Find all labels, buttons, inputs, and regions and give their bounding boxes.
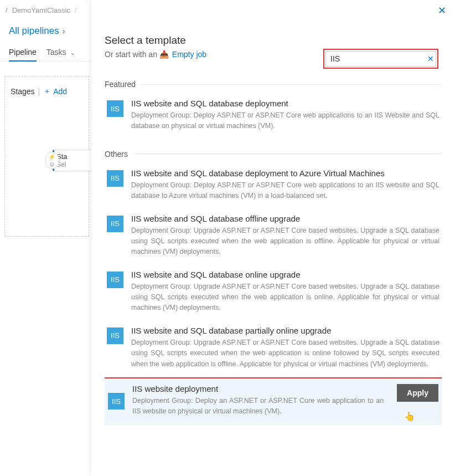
template-title: IIS website and SQL database online upgr… bbox=[131, 270, 440, 279]
iis-icon: IIS bbox=[107, 216, 123, 232]
template-desc: Deployment Group: Deploy ASP.NET or ASP.… bbox=[131, 110, 440, 132]
template-item[interactable]: IIS IIS website and SQL database deploym… bbox=[105, 94, 442, 140]
iis-icon: IIS bbox=[107, 272, 123, 288]
iis-icon: IIS bbox=[108, 393, 125, 410]
chevron-right-icon: › bbox=[63, 27, 65, 35]
template-item[interactable]: IIS IIS website and SQL database partial… bbox=[105, 321, 442, 377]
template-desc: Deployment Group: Upgrade ASP.NET or ASP… bbox=[131, 281, 440, 314]
section-others-label: Others bbox=[105, 150, 128, 158]
search-box[interactable]: ✕ bbox=[325, 51, 436, 66]
breadcrumb-separator-2: / bbox=[75, 6, 77, 14]
bolt-icon: ⚡ bbox=[48, 153, 56, 161]
section-featured: Featured bbox=[105, 80, 442, 89]
section-others: Others bbox=[105, 150, 442, 158]
apply-button[interactable]: Apply bbox=[397, 384, 438, 402]
iis-icon: IIS bbox=[107, 170, 123, 187]
search-input[interactable] bbox=[330, 54, 427, 63]
stage-card[interactable]: ⚡ ☺ Sta Sel bbox=[53, 150, 96, 171]
template-item[interactable]: IIS IIS website and SQL database offline… bbox=[105, 209, 442, 265]
tabs: Pipeline Tasks ⌄ bbox=[0, 43, 94, 62]
close-icon[interactable]: ✕ bbox=[438, 4, 446, 17]
iis-icon: IIS bbox=[107, 327, 123, 344]
breadcrumb[interactable]: / DemoYamlClassic / bbox=[0, 0, 94, 20]
add-stage-button[interactable]: ＋ Add bbox=[43, 86, 67, 96]
stage-card-badges: ⚡ ☺ bbox=[45, 152, 59, 169]
user-icon: ☺ bbox=[49, 161, 55, 167]
template-title: IIS website deployment bbox=[132, 384, 384, 393]
empty-job-label: Empty job bbox=[172, 50, 206, 59]
template-item[interactable]: IIS IIS website and SQL database online … bbox=[105, 265, 442, 321]
template-desc: Deployment Group: Upgrade ASP.NET or ASP… bbox=[131, 226, 440, 258]
breadcrumb-project[interactable]: DemoYamlClassic bbox=[12, 6, 70, 14]
add-stage-label: Add bbox=[53, 87, 67, 96]
template-title: IIS website and SQL database deployment bbox=[131, 99, 440, 108]
iis-icon: IIS bbox=[107, 100, 123, 117]
template-item[interactable]: IIS IIS website and SQL database deploym… bbox=[105, 164, 442, 209]
panel-title: Select a template bbox=[105, 34, 442, 47]
template-desc: Deployment Group: Upgrade ASP.NET or ASP… bbox=[131, 337, 440, 370]
template-desc: Deployment Group: Deploy an ASP.NET or A… bbox=[132, 396, 384, 417]
tab-pipeline-label: Pipeline bbox=[9, 48, 37, 57]
tab-pipeline[interactable]: Pipeline bbox=[9, 43, 37, 61]
clear-search-icon[interactable]: ✕ bbox=[427, 54, 434, 63]
divider bbox=[133, 153, 442, 154]
template-panel: ✕ Select a template Or start with an 📥 E… bbox=[91, 0, 455, 476]
panel-subtitle-prefix: Or start with an bbox=[105, 50, 159, 59]
template-title: IIS website and SQL database deployment … bbox=[131, 168, 440, 178]
others-list: IIS IIS website and SQL database deploym… bbox=[105, 164, 442, 425]
all-pipelines-label: All pipelines bbox=[9, 25, 59, 37]
template-title: IIS website and SQL database partially o… bbox=[131, 326, 440, 335]
all-pipelines-link[interactable]: All pipelines › bbox=[0, 20, 94, 43]
stage-card-subtitle: Sel bbox=[56, 161, 93, 168]
divider: | bbox=[38, 87, 40, 96]
empty-job-icon: 📥 bbox=[159, 50, 169, 59]
stages-label: Stages bbox=[11, 87, 35, 96]
section-featured-label: Featured bbox=[105, 80, 136, 89]
featured-list: IIS IIS website and SQL database deploym… bbox=[105, 94, 442, 140]
stages-header: Stages | ＋ Add bbox=[11, 86, 83, 96]
template-title: IIS website and SQL database offline upg… bbox=[131, 214, 440, 223]
tab-tasks-label: Tasks bbox=[46, 48, 66, 57]
template-desc: Deployment Group: Deploy ASP.NET or ASP.… bbox=[131, 180, 440, 202]
tab-tasks[interactable]: Tasks ⌄ bbox=[46, 43, 75, 61]
plus-icon: ＋ bbox=[43, 86, 51, 96]
stages-area: Stages | ＋ Add ⚡ ☺ Sta Sel bbox=[4, 76, 89, 237]
search-highlight: ✕ bbox=[323, 49, 438, 69]
empty-job-link[interactable]: 📥 Empty job bbox=[159, 50, 206, 59]
divider bbox=[141, 84, 442, 85]
stage-card-title: Sta bbox=[56, 152, 93, 161]
template-item-selected[interactable]: IIS IIS website deployment Deployment Gr… bbox=[105, 377, 442, 425]
chevron-down-icon: ⌄ bbox=[70, 50, 75, 56]
cursor-icon: 👆 bbox=[404, 411, 415, 422]
breadcrumb-separator: / bbox=[6, 6, 8, 14]
